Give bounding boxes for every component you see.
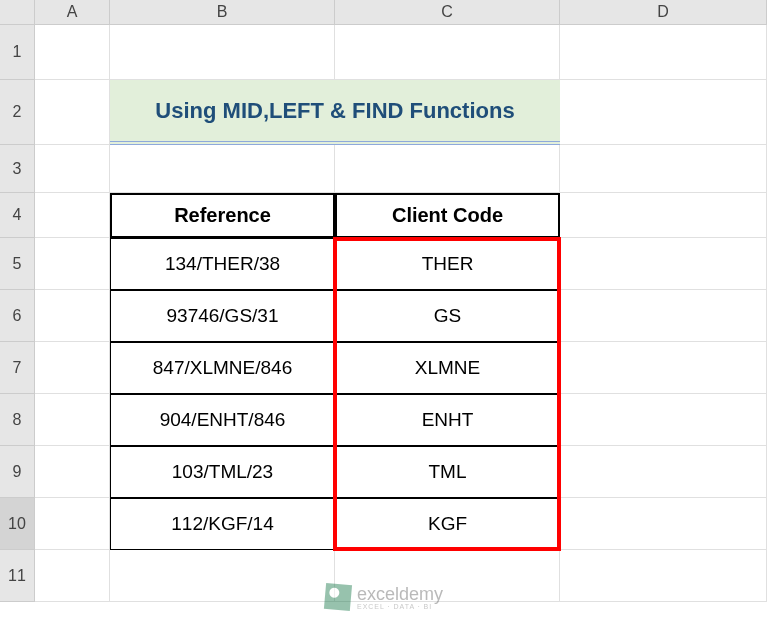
col-header-c[interactable]: C xyxy=(335,0,560,25)
cell-d6[interactable] xyxy=(560,290,767,342)
cell-b11[interactable] xyxy=(110,550,335,602)
watermark: exceldemy EXCEL · DATA · BI xyxy=(325,584,443,610)
header-client-code[interactable]: Client Code xyxy=(335,193,560,238)
cell-code-1[interactable]: GS xyxy=(335,290,560,342)
cell-a10[interactable] xyxy=(35,498,110,550)
cell-d7[interactable] xyxy=(560,342,767,394)
row-header-5[interactable]: 5 xyxy=(0,238,35,290)
data-table: Reference Client Code 134/THER/38 THER 9… xyxy=(110,193,560,550)
watermark-sub: EXCEL · DATA · BI xyxy=(357,603,443,610)
cell-code-0[interactable]: THER xyxy=(335,238,560,290)
col-header-d[interactable]: D xyxy=(560,0,767,25)
row-header-3[interactable]: 3 xyxy=(0,145,35,193)
select-all-corner[interactable] xyxy=(0,0,35,25)
exceldemy-icon xyxy=(324,583,352,611)
row-header-4[interactable]: 4 xyxy=(0,193,35,238)
cell-code-4[interactable]: TML xyxy=(335,446,560,498)
cell-code-3[interactable]: ENHT xyxy=(335,394,560,446)
cell-a7[interactable] xyxy=(35,342,110,394)
row-header-7[interactable]: 7 xyxy=(0,342,35,394)
cell-d5[interactable] xyxy=(560,238,767,290)
cell-d9[interactable] xyxy=(560,446,767,498)
cell-code-2[interactable]: XLMNE xyxy=(335,342,560,394)
title-cell[interactable]: Using MID,LEFT & FIND Functions xyxy=(110,80,560,145)
cell-reference-0[interactable]: 134/THER/38 xyxy=(110,238,335,290)
cell-a4[interactable] xyxy=(35,193,110,238)
cell-a3[interactable] xyxy=(35,145,110,193)
row-header-11[interactable]: 11 xyxy=(0,550,35,602)
cell-a9[interactable] xyxy=(35,446,110,498)
cell-a8[interactable] xyxy=(35,394,110,446)
cell-d11[interactable] xyxy=(560,550,767,602)
cell-a1[interactable] xyxy=(35,25,110,80)
header-reference[interactable]: Reference xyxy=(110,193,335,238)
row-header-1[interactable]: 1 xyxy=(0,25,35,80)
cell-b1[interactable] xyxy=(110,25,335,80)
cell-a6[interactable] xyxy=(35,290,110,342)
cell-reference-5[interactable]: 112/KGF/14 xyxy=(110,498,335,550)
row-header-9[interactable]: 9 xyxy=(0,446,35,498)
col-header-b[interactable]: B xyxy=(110,0,335,25)
row-header-6[interactable]: 6 xyxy=(0,290,35,342)
cell-c3[interactable] xyxy=(335,145,560,193)
row-header-2[interactable]: 2 xyxy=(0,80,35,145)
cell-d2[interactable] xyxy=(560,80,767,145)
cell-reference-1[interactable]: 93746/GS/31 xyxy=(110,290,335,342)
cell-d4[interactable] xyxy=(560,193,767,238)
cell-reference-4[interactable]: 103/TML/23 xyxy=(110,446,335,498)
cell-code-5[interactable]: KGF xyxy=(335,498,560,550)
watermark-text: exceldemy EXCEL · DATA · BI xyxy=(357,585,443,610)
cell-d3[interactable] xyxy=(560,145,767,193)
cell-a11[interactable] xyxy=(35,550,110,602)
cell-d10[interactable] xyxy=(560,498,767,550)
watermark-main: exceldemy xyxy=(357,585,443,603)
spreadsheet-grid: A B C D 1 2 Using MID,LEFT & FIND Functi… xyxy=(0,0,768,602)
cell-b3[interactable] xyxy=(110,145,335,193)
cell-reference-2[interactable]: 847/XLMNE/846 xyxy=(110,342,335,394)
col-header-a[interactable]: A xyxy=(35,0,110,25)
cell-d1[interactable] xyxy=(560,25,767,80)
cell-d8[interactable] xyxy=(560,394,767,446)
cell-c1[interactable] xyxy=(335,25,560,80)
cell-reference-3[interactable]: 904/ENHT/846 xyxy=(110,394,335,446)
cell-a2[interactable] xyxy=(35,80,110,145)
cell-a5[interactable] xyxy=(35,238,110,290)
row-header-8[interactable]: 8 xyxy=(0,394,35,446)
row-header-10[interactable]: 10 xyxy=(0,498,35,550)
